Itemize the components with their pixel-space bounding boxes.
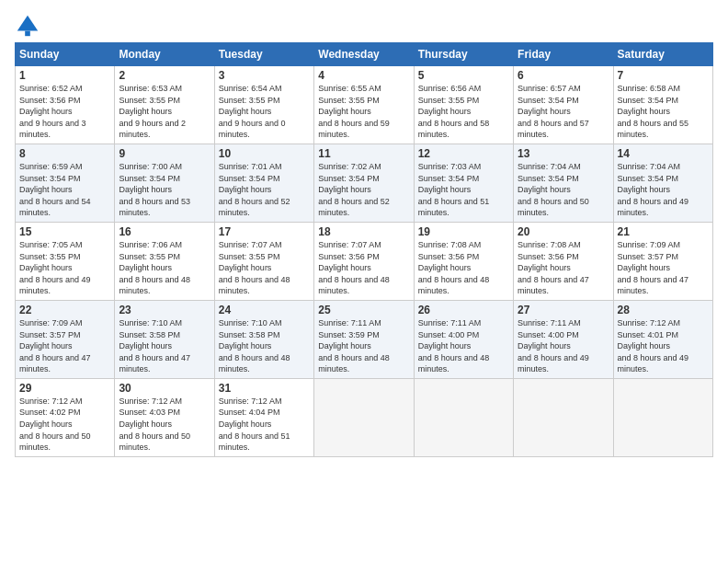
day-number: 30 [119, 382, 210, 395]
day-cell: 10Sunrise: 7:01 AMSunset: 3:54 PMDayligh… [214, 144, 313, 222]
day-info: Sunrise: 6:58 AMSunset: 3:54 PMDaylight … [618, 84, 689, 139]
day-info: Sunrise: 6:52 AMSunset: 3:56 PMDaylight … [19, 84, 86, 139]
week-row-3: 15Sunrise: 7:05 AMSunset: 3:55 PMDayligh… [16, 222, 713, 300]
day-cell: 7Sunrise: 6:58 AMSunset: 3:54 PMDaylight… [613, 66, 712, 144]
day-cell: 22Sunrise: 7:09 AMSunset: 3:57 PMDayligh… [16, 300, 115, 378]
day-info: Sunrise: 6:53 AMSunset: 3:55 PMDaylight … [119, 84, 186, 139]
day-number: 21 [618, 225, 709, 238]
day-number: 3 [219, 69, 310, 82]
day-number: 4 [318, 69, 409, 82]
col-header-friday: Friday [514, 43, 613, 66]
day-cell: 27Sunrise: 7:11 AMSunset: 4:00 PMDayligh… [514, 300, 613, 378]
day-cell: 6Sunrise: 6:57 AMSunset: 3:54 PMDaylight… [514, 66, 613, 144]
day-cell: 25Sunrise: 7:11 AMSunset: 3:59 PMDayligh… [314, 300, 414, 378]
week-row-1: 1Sunrise: 6:52 AMSunset: 3:56 PMDaylight… [16, 66, 713, 144]
day-cell: 16Sunrise: 7:06 AMSunset: 3:55 PMDayligh… [115, 222, 214, 300]
day-info: Sunrise: 7:06 AMSunset: 3:55 PMDaylight … [119, 240, 190, 295]
day-cell [314, 378, 414, 456]
day-info: Sunrise: 7:12 AMSunset: 4:04 PMDaylight … [219, 396, 290, 452]
day-number: 8 [19, 147, 110, 160]
day-cell: 31Sunrise: 7:12 AMSunset: 4:04 PMDayligh… [214, 378, 313, 456]
day-info: Sunrise: 6:59 AMSunset: 3:54 PMDaylight … [19, 162, 91, 217]
svg-rect-1 [25, 31, 30, 37]
day-info: Sunrise: 7:03 AMSunset: 3:54 PMDaylight … [418, 162, 490, 217]
day-cell: 24Sunrise: 7:10 AMSunset: 3:58 PMDayligh… [214, 300, 313, 378]
day-info: Sunrise: 7:11 AMSunset: 3:59 PMDaylight … [318, 318, 390, 373]
day-info: Sunrise: 6:57 AMSunset: 3:54 PMDaylight … [518, 84, 589, 139]
day-number: 14 [618, 147, 709, 160]
day-cell: 8Sunrise: 6:59 AMSunset: 3:54 PMDaylight… [16, 144, 115, 222]
day-cell: 14Sunrise: 7:04 AMSunset: 3:54 PMDayligh… [613, 144, 712, 222]
day-info: Sunrise: 7:07 AMSunset: 3:55 PMDaylight … [219, 240, 290, 295]
day-cell: 9Sunrise: 7:00 AMSunset: 3:54 PMDaylight… [115, 144, 214, 222]
col-header-sunday: Sunday [16, 43, 115, 66]
day-cell: 20Sunrise: 7:08 AMSunset: 3:56 PMDayligh… [514, 222, 613, 300]
day-info: Sunrise: 7:09 AMSunset: 3:57 PMDaylight … [19, 318, 91, 373]
day-cell: 13Sunrise: 7:04 AMSunset: 3:54 PMDayligh… [514, 144, 613, 222]
day-number: 5 [418, 69, 509, 82]
day-number: 9 [119, 147, 210, 160]
day-info: Sunrise: 7:00 AMSunset: 3:54 PMDaylight … [119, 162, 190, 217]
day-info: Sunrise: 6:56 AMSunset: 3:55 PMDaylight … [418, 84, 490, 139]
day-number: 15 [19, 225, 110, 238]
day-cell: 3Sunrise: 6:54 AMSunset: 3:55 PMDaylight… [214, 66, 313, 144]
week-row-5: 29Sunrise: 7:12 AMSunset: 4:02 PMDayligh… [16, 378, 713, 456]
day-number: 16 [119, 225, 210, 238]
calendar-table: SundayMondayTuesdayWednesdayThursdayFrid… [15, 42, 713, 457]
day-info: Sunrise: 7:04 AMSunset: 3:54 PMDaylight … [518, 162, 589, 217]
day-cell: 1Sunrise: 6:52 AMSunset: 3:56 PMDaylight… [16, 66, 115, 144]
day-number: 25 [318, 304, 409, 316]
day-info: Sunrise: 7:08 AMSunset: 3:56 PMDaylight … [418, 240, 490, 295]
day-info: Sunrise: 7:05 AMSunset: 3:55 PMDaylight … [19, 240, 91, 295]
svg-marker-0 [17, 16, 38, 31]
day-cell [514, 378, 613, 456]
day-cell: 4Sunrise: 6:55 AMSunset: 3:55 PMDaylight… [314, 66, 414, 144]
day-number: 20 [518, 225, 609, 238]
day-info: Sunrise: 7:01 AMSunset: 3:54 PMDaylight … [219, 162, 290, 217]
header [15, 9, 713, 39]
col-header-saturday: Saturday [613, 43, 712, 66]
day-info: Sunrise: 7:12 AMSunset: 4:02 PMDaylight … [19, 396, 91, 452]
day-number: 11 [318, 147, 409, 160]
day-cell: 18Sunrise: 7:07 AMSunset: 3:56 PMDayligh… [314, 222, 414, 300]
day-number: 29 [19, 382, 110, 395]
day-cell [613, 378, 712, 456]
day-number: 10 [219, 147, 310, 160]
day-number: 7 [618, 69, 709, 82]
day-info: Sunrise: 7:10 AMSunset: 3:58 PMDaylight … [119, 318, 190, 373]
col-header-monday: Monday [115, 43, 214, 66]
day-info: Sunrise: 7:11 AMSunset: 4:00 PMDaylight … [518, 318, 589, 373]
day-number: 12 [418, 147, 509, 160]
day-info: Sunrise: 6:55 AMSunset: 3:55 PMDaylight … [318, 84, 390, 139]
day-cell: 30Sunrise: 7:12 AMSunset: 4:03 PMDayligh… [115, 378, 214, 456]
day-cell: 12Sunrise: 7:03 AMSunset: 3:54 PMDayligh… [414, 144, 513, 222]
day-cell: 28Sunrise: 7:12 AMSunset: 4:01 PMDayligh… [613, 300, 712, 378]
col-header-wednesday: Wednesday [314, 43, 414, 66]
day-number: 23 [119, 304, 210, 316]
logo-icon [15, 13, 40, 39]
day-number: 2 [119, 69, 210, 82]
day-number: 19 [418, 225, 509, 238]
day-number: 24 [219, 304, 310, 316]
day-number: 22 [19, 304, 110, 316]
day-cell: 21Sunrise: 7:09 AMSunset: 3:57 PMDayligh… [613, 222, 712, 300]
day-number: 28 [618, 304, 709, 316]
day-number: 31 [219, 382, 310, 395]
day-info: Sunrise: 7:12 AMSunset: 4:03 PMDaylight … [119, 396, 190, 452]
day-number: 13 [518, 147, 609, 160]
day-info: Sunrise: 7:10 AMSunset: 3:58 PMDaylight … [219, 318, 290, 373]
day-cell: 5Sunrise: 6:56 AMSunset: 3:55 PMDaylight… [414, 66, 513, 144]
day-number: 26 [418, 304, 509, 316]
day-cell [414, 378, 513, 456]
day-cell: 17Sunrise: 7:07 AMSunset: 3:55 PMDayligh… [214, 222, 313, 300]
week-row-4: 22Sunrise: 7:09 AMSunset: 3:57 PMDayligh… [16, 300, 713, 378]
day-cell: 15Sunrise: 7:05 AMSunset: 3:55 PMDayligh… [16, 222, 115, 300]
day-number: 27 [518, 304, 609, 316]
day-cell: 29Sunrise: 7:12 AMSunset: 4:02 PMDayligh… [16, 378, 115, 456]
week-row-2: 8Sunrise: 6:59 AMSunset: 3:54 PMDaylight… [16, 144, 713, 222]
day-info: Sunrise: 7:08 AMSunset: 3:56 PMDaylight … [518, 240, 589, 295]
day-cell: 26Sunrise: 7:11 AMSunset: 4:00 PMDayligh… [414, 300, 513, 378]
logo [15, 13, 44, 39]
col-header-tuesday: Tuesday [214, 43, 313, 66]
day-info: Sunrise: 7:09 AMSunset: 3:57 PMDaylight … [618, 240, 689, 295]
